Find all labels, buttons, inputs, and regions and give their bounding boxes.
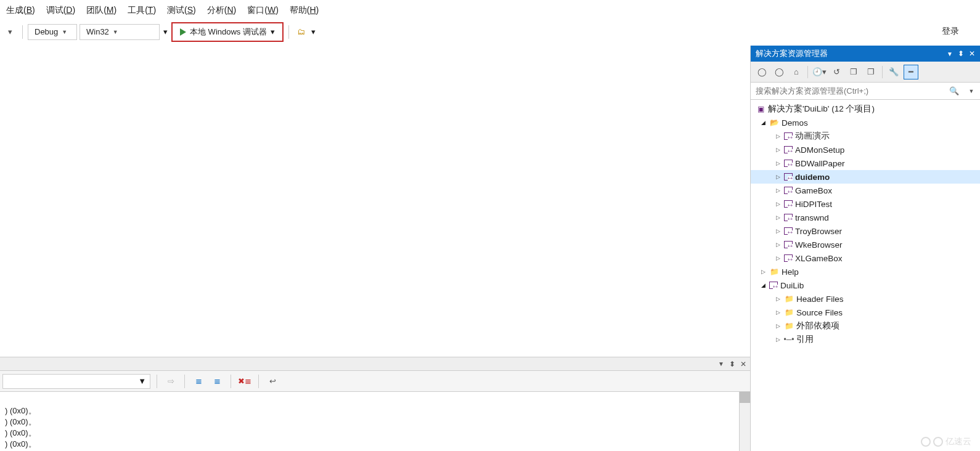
caret-icon[interactable]: ▼ xyxy=(963,88,980,94)
scope-icon[interactable]: 🕘▾ xyxy=(812,65,827,79)
project-label: WkeBrowser xyxy=(795,240,843,250)
solution-search[interactable]: 🔍 ▼ xyxy=(751,83,980,100)
project-item[interactable]: HiDPITest xyxy=(751,197,980,211)
project-item[interactable]: WkeBrowser xyxy=(751,238,980,251)
expander-icon[interactable] xyxy=(774,309,782,316)
project-item[interactable]: transwnd xyxy=(751,211,980,224)
solution-search-input[interactable] xyxy=(751,86,945,95)
expander-icon[interactable] xyxy=(759,268,767,275)
show-all-icon[interactable]: ❐ xyxy=(864,65,878,79)
preview-icon[interactable]: ━ xyxy=(904,65,918,79)
expander-icon[interactable] xyxy=(759,282,767,289)
expander-icon[interactable] xyxy=(774,187,782,194)
output-next-icon[interactable]: ≣ xyxy=(210,374,224,389)
toolbar-leading-icon[interactable]: ▾ xyxy=(2,25,17,39)
solution-tree[interactable]: ▣ 解决方案'DuiLib' (12 个项目) 📂 Demos 动画演示 ADM… xyxy=(751,100,980,451)
menu-help[interactable]: 帮助(H) xyxy=(290,5,319,16)
pin-icon[interactable]: ⬍ xyxy=(958,49,964,58)
dropdown-icon[interactable]: ▼ xyxy=(947,51,953,57)
references[interactable]: •─• 引用 xyxy=(751,333,980,346)
back-icon[interactable]: ◯ xyxy=(754,65,769,79)
output-line: ) (0x0)。 xyxy=(5,428,36,437)
config-dropdown[interactable]: Debug ▼ xyxy=(28,24,77,40)
search-icon[interactable]: 🔍 xyxy=(945,86,963,95)
expander-icon[interactable] xyxy=(774,322,782,330)
expander-icon[interactable] xyxy=(774,200,782,208)
main-toolbar: ▾ Debug ▼ Win32 ▼ ▾ 本地 Windows 调试器 ▾ 🗂 ▾ xyxy=(0,21,980,42)
caret-icon: ▾ xyxy=(271,27,275,36)
caret-icon[interactable]: ▾ xyxy=(311,27,316,36)
project-item[interactable]: BDWallPaper xyxy=(751,156,980,170)
expander-icon[interactable] xyxy=(774,132,782,140)
separator xyxy=(157,375,157,388)
project-item[interactable]: GameBox xyxy=(751,184,980,197)
output-text[interactable]: ) (0x0)。 ) (0x0)。 ) (0x0)。 ) (0x0)。 (0x0… xyxy=(0,392,750,451)
project-item[interactable]: TroyBrowser xyxy=(751,224,980,238)
close-icon[interactable]: ✕ xyxy=(969,49,975,58)
expander-icon[interactable] xyxy=(774,336,782,343)
caret-icon[interactable]: ▾ xyxy=(162,27,169,36)
expander-icon[interactable] xyxy=(774,254,782,262)
expander-icon[interactable] xyxy=(774,214,782,221)
expander-icon[interactable] xyxy=(774,173,782,181)
project-item[interactable]: XLGameBox xyxy=(751,251,980,265)
menu-window[interactable]: 窗口(W) xyxy=(247,5,279,16)
scrollbar-thumb[interactable] xyxy=(740,392,750,403)
forward-icon[interactable]: ◯ xyxy=(772,65,786,79)
dropdown-icon[interactable]: ▼ xyxy=(718,360,724,367)
project-icon xyxy=(784,160,793,167)
project-item[interactable]: 动画演示 xyxy=(751,129,980,143)
properties-icon[interactable]: 🔧 xyxy=(886,65,901,79)
separator xyxy=(258,375,259,388)
collapse-icon[interactable]: ❐ xyxy=(846,65,861,79)
expander-icon[interactable] xyxy=(759,119,767,126)
pin-icon[interactable]: ⬍ xyxy=(729,360,735,368)
external-deps[interactable]: 📁 外部依赖项 xyxy=(751,319,980,333)
close-icon[interactable]: ✕ xyxy=(740,360,746,368)
menu-analyze[interactable]: 分析(N) xyxy=(207,5,236,16)
home-icon[interactable]: ⌂ xyxy=(789,65,804,79)
output-wrap-icon[interactable]: ↩ xyxy=(265,374,280,389)
expander-icon[interactable] xyxy=(774,241,782,248)
folder-label: Help xyxy=(782,267,799,277)
output-source-dropdown[interactable]: ▼ xyxy=(2,374,150,389)
menu-tools[interactable]: 工具(T) xyxy=(128,5,156,16)
solution-explorer-title-bar[interactable]: 解决方案资源管理器 ▼ ⬍ ✕ xyxy=(751,46,980,62)
project-item[interactable]: ADMonSetup xyxy=(751,143,980,156)
output-clear-icon[interactable]: ✖≣ xyxy=(237,374,252,389)
separator xyxy=(288,25,289,39)
solution-explorer-toolbar: ◯ ◯ ⌂ 🕘▾ ↺ ❐ ❐ 🔧 ━ xyxy=(751,62,980,83)
menu-test[interactable]: 测试(S) xyxy=(167,5,196,16)
project-label: transwnd xyxy=(795,213,829,222)
filter-label: Header Files xyxy=(796,295,844,304)
menu-team[interactable]: 团队(M) xyxy=(86,5,116,16)
output-prev-icon[interactable]: ≣ xyxy=(191,374,206,389)
expander-icon[interactable] xyxy=(774,160,782,167)
editor-area: ▼ ⬍ ✕ ▼ ⇨ ≣ ≣ ✖≣ ↩ ) (0x0)。 ) (0x0)。 ) (… xyxy=(0,46,750,451)
folder-open-icon: 📂 xyxy=(769,118,779,128)
solution-node[interactable]: ▣ 解决方案'DuiLib' (12 个项目) xyxy=(751,102,980,116)
config-value: Debug xyxy=(35,27,58,36)
folder-icon: 📁 xyxy=(769,267,779,277)
toolbar-file-icon[interactable]: 🗂 xyxy=(294,25,309,39)
scrollbar[interactable] xyxy=(739,392,750,451)
expander-icon[interactable] xyxy=(774,295,782,303)
project-duilib[interactable]: DuiLib xyxy=(751,278,980,292)
platform-dropdown[interactable]: Win32 ▼ xyxy=(80,24,160,40)
menu-debug[interactable]: 调试(D) xyxy=(46,5,75,16)
project-item-selected[interactable]: duidemo xyxy=(751,170,980,184)
project-label: duidemo xyxy=(795,173,830,182)
filter-header-files[interactable]: 📁 Header Files xyxy=(751,292,980,306)
start-debugger-button[interactable]: 本地 Windows 调试器 ▾ xyxy=(175,24,280,40)
folder-demos[interactable]: 📂 Demos xyxy=(751,116,980,129)
folder-help[interactable]: 📁 Help xyxy=(751,265,980,278)
login-link[interactable]: 登录 xyxy=(942,26,959,37)
folder-icon: 📁 xyxy=(784,321,794,331)
play-icon xyxy=(180,28,186,36)
filter-source-files[interactable]: 📁 Source Files xyxy=(751,306,980,319)
expander-icon[interactable] xyxy=(774,146,782,153)
external-label: 外部依赖项 xyxy=(796,320,839,331)
expander-icon[interactable] xyxy=(774,227,782,235)
sync-icon[interactable]: ↺ xyxy=(829,65,844,79)
menu-build[interactable]: 生成(B) xyxy=(6,5,35,16)
